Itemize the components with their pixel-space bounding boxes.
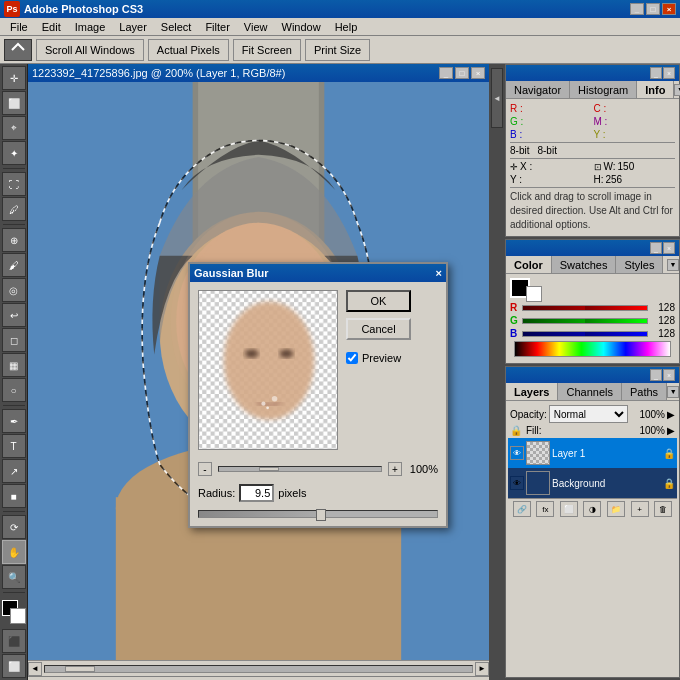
m-symbol: M : (594, 116, 608, 127)
tab-histogram[interactable]: Histogram (570, 81, 637, 98)
dodge-tool[interactable]: ○ (2, 378, 26, 402)
gaussian-blur-cancel-button[interactable]: Cancel (346, 318, 411, 340)
layers-panel-close[interactable]: × (663, 369, 675, 381)
maximize-button[interactable]: □ (646, 3, 660, 15)
path-selection-tool[interactable]: ↗ (2, 459, 26, 483)
menu-select[interactable]: Select (155, 19, 198, 35)
layers-panel-menu-button[interactable]: ▼ (667, 386, 679, 398)
preview-checkbox[interactable] (346, 352, 358, 364)
clone-stamp-tool[interactable]: ◎ (2, 278, 26, 302)
zoom-slider[interactable] (218, 466, 382, 472)
color-spectrum[interactable] (514, 341, 671, 357)
layer-group-button[interactable]: 📁 (607, 501, 625, 517)
type-tool[interactable]: T (2, 434, 26, 458)
menu-help[interactable]: Help (329, 19, 364, 35)
lasso-tool[interactable]: ⌖ (2, 116, 26, 140)
print-size-button[interactable]: Print Size (305, 39, 370, 61)
menu-filter[interactable]: Filter (199, 19, 235, 35)
layers-panel-minimize[interactable]: _ (650, 369, 662, 381)
panel-menu-button[interactable]: ▼ (674, 84, 680, 96)
scroll-right-button[interactable]: ► (475, 662, 489, 676)
info-y-row: Y : (594, 129, 676, 140)
color-panel-close[interactable]: × (663, 242, 675, 254)
gaussian-blur-title-bar[interactable]: Gaussian Blur × (190, 264, 446, 282)
tab-layers[interactable]: Layers (506, 383, 558, 400)
radius-slider[interactable] (198, 510, 438, 518)
canvas-maximize[interactable]: □ (455, 67, 469, 79)
layer-1-row[interactable]: 👁 Layer 1 🔒 (508, 438, 677, 468)
color-boxes[interactable] (2, 600, 26, 624)
r-slider[interactable] (522, 305, 648, 311)
menu-layer[interactable]: Layer (113, 19, 153, 35)
tab-color[interactable]: Color (506, 256, 552, 273)
delete-layer-button[interactable]: 🗑 (654, 501, 672, 517)
tab-swatches[interactable]: Swatches (552, 256, 617, 273)
brush-tool[interactable]: 🖌 (2, 253, 26, 277)
gaussian-blur-ok-button[interactable]: OK (346, 290, 411, 312)
zoom-out-button[interactable]: - (198, 462, 212, 476)
tab-navigator[interactable]: Navigator (506, 81, 570, 98)
expand-right-button[interactable]: ◄ (491, 68, 503, 128)
screen-mode-button[interactable]: ⬜ (2, 654, 26, 678)
color-panel-minimize[interactable]: _ (650, 242, 662, 254)
3d-rotate-tool[interactable]: ⟳ (2, 515, 26, 539)
pen-tool[interactable]: ✒ (2, 409, 26, 433)
layer-1-visibility-button[interactable]: 👁 (510, 446, 524, 460)
tab-info[interactable]: Info (637, 81, 674, 98)
layer-mask-button[interactable]: ⬜ (560, 501, 578, 517)
tab-styles[interactable]: Styles (616, 256, 663, 273)
h-scrollbar-track[interactable] (44, 665, 473, 673)
history-brush-tool[interactable]: ↩ (2, 303, 26, 327)
canvas-minimize[interactable]: _ (439, 67, 453, 79)
new-layer-button[interactable]: + (631, 501, 649, 517)
g-slider[interactable] (522, 318, 648, 324)
gradient-tool[interactable]: ▦ (2, 353, 26, 377)
b-slider[interactable] (522, 331, 648, 337)
radius-input[interactable] (239, 484, 274, 502)
tab-paths[interactable]: Paths (622, 383, 667, 400)
layer-style-button[interactable]: fx (536, 501, 554, 517)
eraser-tool[interactable]: ◻ (2, 328, 26, 352)
opacity-value: 100% (630, 409, 665, 420)
menu-image[interactable]: Image (69, 19, 112, 35)
quick-mask-button[interactable]: ⬛ (2, 629, 26, 653)
opacity-select[interactable]: Normal (549, 405, 628, 423)
color-bg-swatch[interactable] (526, 286, 542, 302)
shape-tool[interactable]: ■ (2, 484, 26, 508)
b-slider-row: B 128 (510, 328, 675, 339)
info-panel-minimize[interactable]: _ (650, 67, 662, 79)
crop-tool[interactable]: ⛶ (2, 172, 26, 196)
background-layer-row[interactable]: 👁 Background 🔒 (508, 468, 677, 498)
layer-adjustment-button[interactable]: ◑ (583, 501, 601, 517)
eyedropper-tool[interactable]: 🖊 (2, 197, 26, 221)
image-display: Gaussian Blur × (28, 82, 489, 660)
canvas-close[interactable]: × (471, 67, 485, 79)
menu-window[interactable]: Window (276, 19, 327, 35)
zoom-tool[interactable]: 🔍 (2, 565, 26, 589)
color-panel-menu-button[interactable]: ▼ (667, 259, 679, 271)
healing-tool[interactable]: ⊕ (2, 228, 26, 252)
fit-screen-button[interactable]: Fit Screen (233, 39, 301, 61)
gaussian-blur-close-icon[interactable]: × (436, 267, 442, 279)
minimize-button[interactable]: _ (630, 3, 644, 15)
magic-wand-tool[interactable]: ✦ (2, 141, 26, 165)
close-button[interactable]: × (662, 3, 676, 15)
layer-link-button[interactable]: 🔗 (513, 501, 531, 517)
preview-checkbox-row: Preview (346, 352, 438, 364)
zoom-in-button[interactable]: + (388, 462, 402, 476)
info-panel-close[interactable]: × (663, 67, 675, 79)
h-scrollbar-thumb[interactable] (65, 666, 95, 672)
move-tool[interactable]: ✛ (2, 66, 26, 90)
bg-layer-visibility-button[interactable]: 👁 (510, 476, 524, 490)
menu-edit[interactable]: Edit (36, 19, 67, 35)
tab-channels[interactable]: Channels (558, 383, 621, 400)
scroll-all-windows-button[interactable]: Scroll All Windows (36, 39, 144, 61)
scroll-left-button[interactable]: ◄ (28, 662, 42, 676)
menu-view[interactable]: View (238, 19, 274, 35)
actual-pixels-button[interactable]: Actual Pixels (148, 39, 229, 61)
bit-depth-1: 8-bit (510, 145, 529, 156)
hand-tool[interactable]: ✋ (2, 540, 26, 564)
marquee-tool[interactable]: ⬜ (2, 91, 26, 115)
menu-file[interactable]: File (4, 19, 34, 35)
background-color[interactable] (10, 608, 26, 624)
